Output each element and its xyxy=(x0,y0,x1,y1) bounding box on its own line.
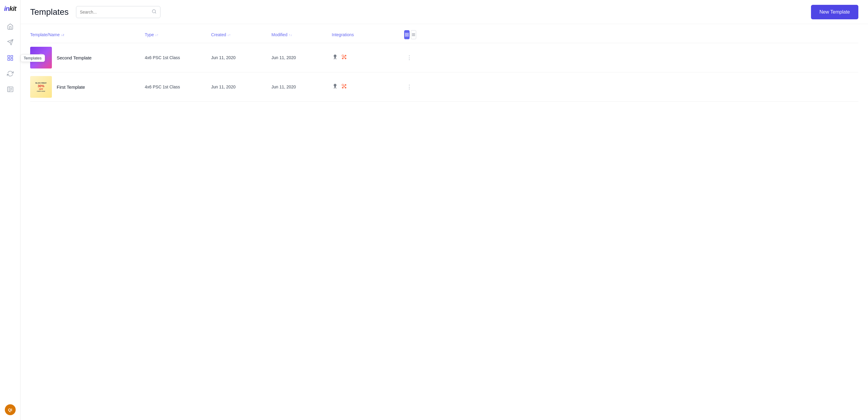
template-created: Jun 11, 2020 xyxy=(211,55,272,60)
template-thumbnail xyxy=(30,47,52,68)
col-header-name[interactable]: Template/Name ↓z xyxy=(30,32,145,37)
svg-point-32 xyxy=(335,85,336,85)
svg-point-29 xyxy=(342,55,344,56)
svg-point-34 xyxy=(342,87,344,88)
table-header: Template/Name ↓z Type ↓↑ Created ↓↑ Modi… xyxy=(30,24,858,43)
row-more-actions[interactable]: ⋮ xyxy=(404,82,416,91)
hubspot-integration-icon xyxy=(341,83,347,91)
inkit-integration-icon xyxy=(332,83,338,91)
search-input[interactable] xyxy=(80,10,152,14)
main-content: Templates New Template Template/Name ↓z … xyxy=(21,0,868,420)
svg-point-36 xyxy=(342,84,344,86)
svg-rect-3 xyxy=(10,56,12,57)
template-name-text: First Template xyxy=(57,85,85,90)
svg-rect-13 xyxy=(405,33,407,34)
svg-point-26 xyxy=(345,55,346,56)
svg-point-33 xyxy=(345,84,346,86)
sidebar-item-send[interactable] xyxy=(4,36,17,49)
inkit-integration-icon xyxy=(332,54,338,62)
svg-point-28 xyxy=(345,57,346,59)
col-header-integrations[interactable]: Integrations xyxy=(332,32,386,37)
svg-point-27 xyxy=(342,57,344,59)
svg-rect-14 xyxy=(407,33,408,34)
svg-line-12 xyxy=(155,12,156,13)
svg-rect-16 xyxy=(407,35,408,36)
app-logo[interactable]: inkit xyxy=(4,5,16,13)
template-modified: Jun 11, 2020 xyxy=(272,85,332,89)
svg-point-30 xyxy=(343,56,345,58)
grid-view-button[interactable] xyxy=(411,30,416,39)
col-header-created[interactable]: Created ↓↑ xyxy=(211,32,272,37)
sort-type-icon: ↓↑ xyxy=(155,33,158,36)
col-header-type[interactable]: Type ↓↑ xyxy=(145,32,211,37)
template-name-text: Second Template xyxy=(57,55,92,60)
template-type: 4x6 PSC 1st Class xyxy=(145,85,211,89)
svg-point-37 xyxy=(343,85,345,87)
search-wrapper xyxy=(76,6,160,18)
view-toggle xyxy=(404,30,416,39)
sidebar-item-contacts[interactable] xyxy=(4,83,17,96)
table-area: Template/Name ↓z Type ↓↑ Created ↓↑ Modi… xyxy=(21,24,868,420)
sort-created-icon: ↓↑ xyxy=(227,33,231,36)
header: Templates New Template xyxy=(21,0,868,24)
hubspot-integration-icon xyxy=(341,54,347,62)
sidebar: inkit Templates xyxy=(0,0,21,420)
template-modified: Jun 11, 2020 xyxy=(272,55,332,60)
sidebar-item-activity[interactable] xyxy=(4,67,17,80)
template-name-cell: BLACK FRIDAY 30% OFF STARTS NOW! First T… xyxy=(30,76,145,98)
sort-modified-icon: ↑↓ xyxy=(289,33,292,36)
sidebar-item-home[interactable] xyxy=(4,20,17,33)
thumb-purple-bg xyxy=(30,47,52,68)
thumb-flyer-bg: BLACK FRIDAY 30% OFF STARTS NOW! xyxy=(30,76,52,98)
svg-rect-4 xyxy=(7,59,9,60)
table-row[interactable]: BLACK FRIDAY 30% OFF STARTS NOW! First T… xyxy=(30,72,858,102)
svg-rect-2 xyxy=(7,56,9,57)
template-type: 4x6 PSC 1st Class xyxy=(145,55,211,60)
sidebar-item-templates[interactable]: Templates xyxy=(4,51,17,65)
svg-rect-5 xyxy=(10,59,12,60)
sort-az-icon: ↓z xyxy=(61,33,64,36)
integration-icons xyxy=(332,54,386,62)
col-header-modified[interactable]: Modified ↑↓ xyxy=(272,32,332,37)
more-options-button[interactable]: ⋮ xyxy=(404,53,414,62)
new-template-button[interactable]: New Template xyxy=(811,5,858,19)
row-more-actions[interactable]: ⋮ xyxy=(404,53,416,62)
svg-point-25 xyxy=(335,55,336,56)
search-icon xyxy=(152,9,157,15)
avatar[interactable]: QI xyxy=(5,404,16,415)
integration-icons xyxy=(332,83,386,91)
svg-point-35 xyxy=(345,87,346,88)
svg-point-23 xyxy=(39,57,43,62)
more-options-button[interactable]: ⋮ xyxy=(404,82,414,91)
page-title: Templates xyxy=(30,7,69,17)
template-name-cell: Second Template xyxy=(30,47,145,68)
template-thumbnail: BLACK FRIDAY 30% OFF STARTS NOW! xyxy=(30,76,52,98)
table-row[interactable]: Second Template 4x6 PSC 1st Class Jun 11… xyxy=(30,43,858,72)
svg-rect-15 xyxy=(405,35,407,36)
template-created: Jun 11, 2020 xyxy=(211,85,272,89)
list-view-button[interactable] xyxy=(404,30,409,39)
